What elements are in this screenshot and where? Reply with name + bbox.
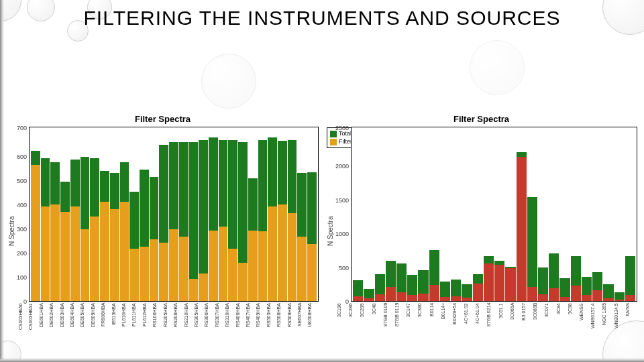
y-tick: 300: [17, 227, 27, 233]
x-tick: 87GB 0214: [486, 303, 497, 335]
x-tick: 3C84: [556, 303, 567, 335]
bar: [278, 127, 287, 301]
bar-filter: [228, 249, 237, 301]
bar: [169, 127, 178, 301]
x-tick: RS106HBA: [152, 303, 162, 335]
y-tick: 2000: [335, 164, 349, 170]
bar-filter: [407, 295, 417, 301]
bar: [549, 127, 559, 301]
bar: [150, 127, 159, 301]
bar: [41, 127, 50, 301]
x-tick: 3C286: [348, 303, 359, 335]
bar-filter: [70, 206, 80, 301]
x-tick: 3C066A: [510, 303, 521, 335]
bar: [90, 127, 99, 301]
bar: [582, 127, 592, 301]
bar: [189, 127, 199, 301]
x-tick: B0114: [429, 303, 440, 335]
bar-filter: [386, 287, 396, 301]
x-tick: RS509HBA: [287, 303, 297, 335]
plot-area: TotalFilter: [29, 127, 319, 302]
bar: [440, 127, 450, 301]
x-ticks: 3C1963C2863C2953C4887GB 010987GB 01193C1…: [335, 303, 637, 335]
bar-filter: [396, 292, 407, 301]
x-tick: WNB0134.5: [614, 303, 625, 335]
bar: [592, 127, 602, 301]
bar-filter: [614, 300, 625, 301]
bar-filter: [60, 212, 70, 301]
bar-filter: [462, 298, 472, 301]
bar: [159, 127, 168, 301]
bar-filter: [159, 243, 168, 301]
x-tick: PL610HBA: [121, 303, 131, 335]
x-tick: RS208HBA: [173, 303, 182, 335]
x-tick: B0329+54: [452, 303, 463, 335]
bar: [614, 127, 625, 301]
x-tick: NGC 1265: [602, 303, 612, 335]
x-tick: WENSS: [579, 303, 590, 335]
bar-filter: [258, 231, 268, 301]
bar: [110, 127, 119, 301]
x-tick: B3 0157: [521, 303, 532, 335]
x-ticks: CS003HBA0CS003HBA1DE601HBADE602HBADE603H…: [17, 303, 319, 335]
bar-filter: [603, 298, 613, 301]
bar-filter: [527, 287, 537, 301]
chart-title: Filter Spectra: [7, 114, 319, 124]
x-tick: RS409HBA: [256, 303, 265, 335]
y-tick: 400: [17, 202, 27, 208]
y-tick: 500: [17, 178, 27, 184]
x-tick: DE601HBA: [39, 303, 48, 335]
y-axis-label: N Spectra: [7, 127, 17, 335]
bar-filter: [538, 294, 548, 301]
bar: [353, 127, 363, 301]
bar-filter: [41, 206, 50, 301]
slide-edge: [0, 0, 4, 362]
bar-filter: [129, 249, 139, 301]
x-tick: 3C196: [337, 303, 347, 335]
bar-filter: [140, 247, 149, 301]
x-tick: CS003HBA0: [18, 303, 28, 335]
bar: [288, 127, 297, 301]
bar: [538, 127, 548, 301]
bar-filter: [559, 297, 570, 301]
x-tick: RS508HBA: [276, 303, 286, 335]
bar-filter: [110, 209, 119, 301]
x-tick: B0114+: [441, 303, 451, 335]
x-tick: PL612HBA: [142, 303, 152, 335]
bar: [238, 127, 248, 301]
decoration-bubble: [470, 40, 525, 95]
bar: [209, 127, 218, 301]
bar-filter: [418, 294, 428, 301]
chart-title: Filter Spectra: [325, 114, 637, 124]
x-tick: 3C147: [406, 303, 417, 335]
bar: [571, 127, 581, 301]
bar-filter: [353, 296, 363, 301]
bar-filter: [50, 204, 60, 301]
bar: [375, 127, 385, 301]
bar: [129, 127, 139, 301]
bar: [473, 127, 483, 301]
bar: [386, 127, 396, 301]
y-ticks: 25002000150010005000: [335, 127, 351, 302]
y-tick: 700: [17, 125, 27, 131]
bar-filter: [505, 268, 515, 301]
bar-filter: [189, 279, 199, 301]
x-tick: PL611HBA: [131, 303, 141, 335]
decoration-bubble: [201, 54, 256, 109]
bar: [505, 127, 515, 301]
bar-filter: [120, 202, 129, 301]
y-ticks: 7006005004003002001000: [17, 127, 29, 302]
x-tick: SE607HBA: [297, 303, 307, 335]
x-tick: 3C61.1: [498, 303, 509, 335]
bar-filter: [375, 294, 385, 301]
x-tick: FR606HBA: [101, 303, 110, 335]
y-tick: 500: [335, 265, 349, 271]
bar: [396, 127, 407, 301]
bar-filter: [440, 297, 450, 301]
x-tick: WNB0157.4: [590, 303, 601, 335]
bar: [50, 127, 60, 301]
x-tick: 3C380: [417, 303, 428, 335]
x-tick: DE603HBA: [60, 303, 69, 335]
bar: [31, 127, 40, 301]
bar-filter: [80, 229, 90, 301]
